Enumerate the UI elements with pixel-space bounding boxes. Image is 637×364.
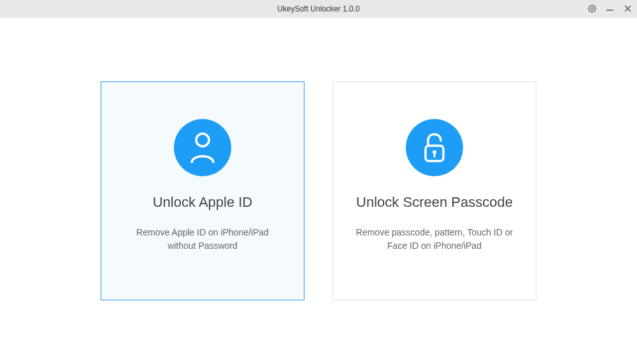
unlock-screen-passcode-card[interactable]: Unlock Screen Passcode Remove passcode, … bbox=[333, 81, 536, 300]
window-title: UkeySoft Unlocker 1.0.0 bbox=[277, 4, 359, 13]
settings-icon[interactable] bbox=[587, 4, 596, 13]
lock-icon bbox=[406, 119, 463, 176]
card-title-apple-id: Unlock Apple ID bbox=[153, 194, 253, 211]
titlebar-controls bbox=[587, 0, 632, 17]
svg-point-0 bbox=[590, 8, 592, 10]
unlock-apple-id-card[interactable]: Unlock Apple ID Remove Apple ID on iPhon… bbox=[101, 81, 304, 300]
svg-point-4 bbox=[196, 134, 209, 146]
close-icon[interactable] bbox=[623, 4, 632, 13]
card-desc-passcode: Remove passcode, pattern, Touch ID or Fa… bbox=[348, 226, 520, 253]
person-icon bbox=[174, 119, 231, 176]
minimize-icon[interactable] bbox=[605, 4, 614, 13]
card-desc-apple-id: Remove Apple ID on iPhone/iPad without P… bbox=[117, 226, 289, 253]
titlebar: UkeySoft Unlocker 1.0.0 bbox=[0, 0, 637, 18]
main-content: Unlock Apple ID Remove Apple ID on iPhon… bbox=[0, 18, 637, 364]
card-title-passcode: Unlock Screen Passcode bbox=[356, 194, 513, 211]
